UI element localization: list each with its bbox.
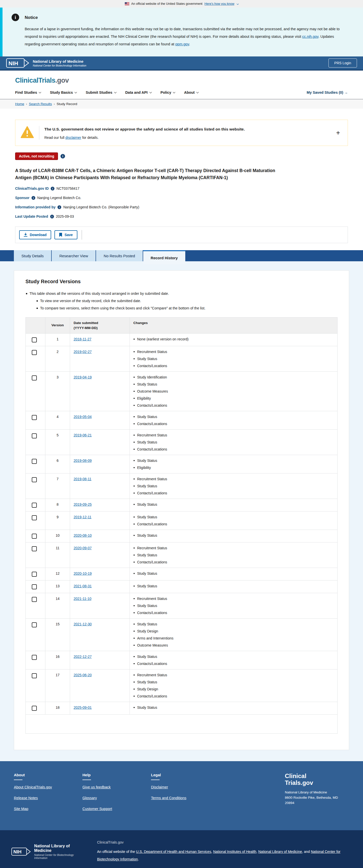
version-checkbox[interactable] — [32, 415, 37, 420]
date-link[interactable]: 2025-09-01 — [73, 706, 92, 710]
tab-study-details[interactable]: Study Details — [14, 250, 51, 261]
date-link[interactable]: 2025-06-20 — [73, 673, 92, 677]
tab-record-history[interactable]: Record History — [143, 250, 185, 264]
version-checkbox[interactable] — [32, 459, 37, 464]
svg-text:NIH: NIH — [13, 849, 22, 855]
date-link[interactable]: 2019-02-27 — [73, 350, 92, 354]
footer-brand-line1: Clinical — [285, 773, 349, 780]
download-button[interactable]: Download — [19, 230, 51, 239]
version-checkbox[interactable] — [32, 433, 37, 438]
nih-logo[interactable]: NIH National Library of Medicine Nationa… — [11, 840, 86, 863]
version-checkbox[interactable] — [32, 350, 37, 355]
date-link[interactable]: 2022-12-27 — [73, 655, 92, 659]
version-checkbox[interactable] — [32, 534, 37, 539]
table-header: Version Date submitted (YYYY-MM-DD) Chan… — [26, 317, 337, 333]
my-saved-studies-link[interactable]: My Saved Studies (0) → — [306, 90, 348, 94]
version-checkbox[interactable] — [32, 515, 37, 520]
checkbox-cell — [26, 651, 46, 669]
date-link[interactable]: 2018-11-27 — [73, 337, 91, 341]
nav-item-submit-studies[interactable]: Submit Studies — [86, 90, 116, 94]
changes-list: Study StatusStudy DesignArms and Interve… — [133, 622, 334, 647]
official-link-u-s-department-of-health-and-human-services[interactable]: U.S. Department of Health and Human Serv… — [136, 849, 211, 854]
nav-item-find-studies[interactable]: Find Studies — [15, 90, 41, 94]
nav-item-about[interactable]: About — [184, 90, 199, 94]
version-checkbox[interactable] — [32, 706, 37, 711]
date-link[interactable]: 2019-09-25 — [73, 502, 92, 506]
version-checkbox[interactable] — [32, 477, 37, 482]
footer-link-site-map[interactable]: Site Map — [14, 807, 83, 811]
tab-researcher-view[interactable]: Researcher View — [52, 250, 95, 261]
date-link[interactable]: 2019-08-11 — [73, 477, 91, 481]
table-row-version-1: 12018-11-27None (earliest version on rec… — [26, 333, 337, 346]
date-link[interactable]: 2020-08-10 — [73, 533, 92, 537]
info-icon[interactable]: i — [50, 215, 54, 218]
version-checkbox[interactable] — [32, 673, 37, 678]
info-icon[interactable]: i — [58, 205, 61, 209]
info-icon[interactable]: i — [61, 154, 65, 158]
footer-column-heading: Legal — [151, 773, 219, 777]
nav-item-study-basics[interactable]: Study Basics — [50, 90, 77, 94]
breadcrumb-home[interactable]: Home — [15, 102, 24, 106]
date-link[interactable]: 2020-09-07 — [73, 546, 92, 550]
breadcrumb-search-results[interactable]: Search Results — [29, 102, 52, 106]
info-icon[interactable]: i — [31, 196, 35, 200]
date-link[interactable]: 2019-05-04 — [73, 415, 92, 419]
date-link[interactable]: 2020-10-19 — [73, 571, 92, 576]
save-button[interactable]: Save — [55, 230, 78, 239]
meta-value: 2025-09-03 — [56, 214, 74, 218]
notice-body: Because of a lapse in government funding… — [25, 25, 343, 48]
date-cell: 2019-04-19 — [70, 372, 130, 411]
tab-no-results-posted[interactable]: No Results Posted — [96, 250, 143, 261]
version-checkbox[interactable] — [32, 584, 37, 589]
date-link[interactable]: 2021-11-10 — [73, 597, 91, 601]
changes-list: Study Status — [133, 533, 334, 537]
footer-link-disclaimer[interactable]: Disclaimer — [151, 785, 219, 789]
date-link[interactable]: 2021-08-31 — [73, 584, 92, 588]
heres-how-link[interactable]: Here's how you know — [205, 2, 234, 5]
prs-login-button[interactable]: PRS Login — [329, 58, 357, 67]
disclaimer-post: for details. — [81, 135, 98, 140]
date-link[interactable]: 2019-08-09 — [73, 459, 92, 463]
nav-item-policy[interactable]: Policy — [160, 90, 175, 94]
date-link[interactable]: 2019-06-21 — [73, 433, 92, 437]
version-checkbox[interactable] — [32, 655, 37, 660]
changes-list: Recruitment StatusStudy StatusStudy Desi… — [133, 673, 334, 698]
clinicaltrials-logo[interactable]: ClinicalTrials.gov — [15, 76, 348, 84]
footer-link-about-clinicaltrials-gov[interactable]: About ClinicalTrials.gov — [14, 785, 83, 789]
official-link-national-institutes-of-health[interactable]: National Institutes of Health — [213, 849, 256, 854]
change-item: Outcome Measures — [133, 643, 334, 647]
version-checkbox[interactable] — [32, 572, 37, 577]
date-link[interactable]: 2021-12-30 — [73, 622, 92, 626]
date-link[interactable]: 2019-04-19 — [73, 375, 92, 379]
changes-list: Recruitment StatusStudy StatusContacts/L… — [133, 546, 334, 564]
footer-link-give-us-feedback[interactable]: Give us feedback — [83, 785, 151, 789]
version-checkbox[interactable] — [32, 546, 37, 551]
instruction-main: This table shows all the versions of thi… — [26, 291, 337, 310]
address-line: 20894 — [285, 801, 349, 806]
cc-nih-gov-link[interactable]: cc.nih.gov — [302, 34, 319, 38]
nlm-title: National Library of Medicine — [34, 844, 86, 853]
nih-logo[interactable]: NIH National Library of Medicine Nationa… — [6, 58, 86, 68]
table-row-version-9: 92019-12-11Study StatusContacts/Location… — [26, 511, 337, 530]
changes-cell: Study Status — [130, 530, 337, 542]
divider — [151, 780, 159, 780]
footer-link-customer-support[interactable]: Customer Support — [83, 807, 151, 811]
info-icon[interactable]: i — [51, 187, 55, 190]
footer-link-glossary[interactable]: Glossary — [83, 796, 151, 800]
disclaimer-link[interactable]: disclaimer — [65, 135, 81, 140]
footer-link-terms-and-conditions[interactable]: Terms and Conditions — [151, 796, 219, 800]
opm-gov-link[interactable]: opm.gov — [175, 42, 189, 46]
brand-part-1: ClinicalTrials — [15, 76, 56, 84]
official-link-national-library-of-medicine[interactable]: National Library of Medicine — [258, 849, 302, 854]
version-checkbox[interactable] — [32, 375, 37, 380]
version-checkbox[interactable] — [32, 597, 37, 602]
date-cell: 2025-09-01 — [70, 702, 130, 714]
version-checkbox[interactable] — [32, 337, 37, 342]
version-checkbox[interactable] — [32, 503, 37, 508]
nav-item-data-and-api[interactable]: Data and API — [125, 90, 151, 94]
version-checkbox[interactable] — [32, 622, 37, 627]
date-link[interactable]: 2019-12-11 — [73, 515, 91, 519]
checkbox-cell — [26, 670, 46, 702]
footer-link-release-notes[interactable]: Release Notes — [14, 796, 83, 800]
expand-button[interactable]: + — [336, 129, 340, 136]
